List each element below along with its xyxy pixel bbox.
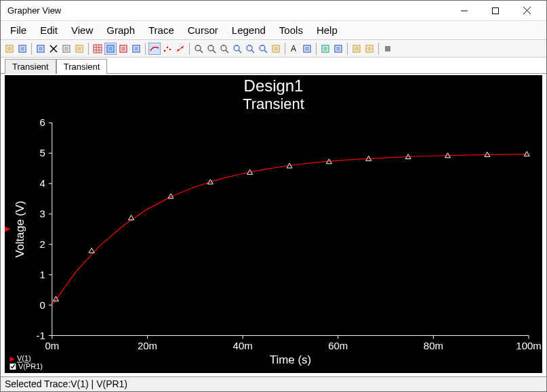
toolbar-separator (88, 43, 89, 55)
close-button[interactable] (511, 1, 542, 21)
tabbar: TransientTransient (1, 58, 546, 74)
text-icon[interactable]: A (288, 43, 300, 55)
svg-rect-54 (354, 47, 359, 51)
zoom-x-icon[interactable] (244, 43, 256, 55)
menu-edit[interactable]: Edit (33, 22, 64, 39)
svg-rect-52 (336, 47, 340, 51)
samples-icon[interactable] (161, 43, 174, 55)
svg-rect-13 (64, 47, 68, 51)
svg-point-28 (167, 46, 169, 48)
svg-point-42 (260, 45, 265, 51)
svg-rect-7 (20, 47, 24, 51)
pan-icon[interactable] (270, 43, 282, 55)
svg-rect-48 (305, 47, 309, 51)
window-title: Grapher View (7, 5, 449, 16)
maximize-button[interactable] (480, 1, 511, 21)
svg-line-39 (239, 50, 241, 53)
y-tick-label: 2 (40, 238, 45, 250)
svg-point-29 (169, 48, 171, 50)
svg-point-38 (234, 45, 239, 51)
toolbar-separator (31, 43, 32, 55)
svg-line-37 (226, 50, 228, 53)
menu-file[interactable]: File (3, 22, 33, 39)
zoom-fit-icon[interactable] (231, 43, 243, 55)
toolbar-separator (378, 43, 379, 55)
x-tick-label: 100m (516, 340, 541, 351)
svg-rect-5 (7, 47, 12, 51)
undo-icon[interactable] (35, 43, 47, 55)
status-text: Selected Trace:V(1) | V(PR1) (5, 378, 127, 389)
statusbar: Selected Trace:V(1) | V(PR1) (1, 376, 546, 391)
copy-icon[interactable] (60, 43, 73, 55)
toolbar-separator (347, 43, 348, 55)
menu-legend[interactable]: Legend (225, 22, 272, 39)
svg-point-27 (164, 49, 166, 51)
tab-transient-1[interactable]: Transient (56, 59, 108, 74)
excel-export-icon[interactable] (319, 43, 331, 55)
chart-bg (5, 76, 542, 373)
x-tick-label: 80m (424, 340, 443, 351)
palette-icon[interactable] (130, 43, 142, 55)
paste-icon[interactable] (73, 43, 85, 55)
options-icon[interactable] (332, 43, 344, 55)
svg-line-41 (251, 50, 254, 53)
titlebar: Grapher View (1, 1, 546, 21)
svg-rect-24 (121, 47, 125, 51)
y-tick-label: -1 (37, 330, 45, 341)
svg-rect-50 (323, 47, 327, 51)
menu-cursor[interactable]: Cursor (181, 22, 225, 39)
menu-graph[interactable]: Graph (100, 22, 142, 39)
svg-text:A: A (291, 44, 296, 53)
window-controls (449, 1, 542, 21)
legend-trace-label[interactable]: V(PR1) (18, 362, 43, 370)
x-tick-label: 20m (138, 340, 157, 351)
zoom-y-icon[interactable] (257, 43, 269, 55)
menu-trace[interactable]: Trace (142, 22, 181, 39)
svg-rect-56 (367, 47, 371, 51)
markers-icon[interactable] (174, 43, 186, 55)
x-tick-label: 0m (45, 340, 59, 351)
y-tick-label: 3 (40, 208, 45, 219)
save-icon[interactable] (16, 43, 28, 55)
data2-icon[interactable] (363, 43, 376, 55)
svg-rect-22 (108, 47, 113, 51)
delete-icon[interactable] (47, 43, 60, 55)
svg-point-32 (195, 45, 201, 51)
stop-icon[interactable] (382, 43, 394, 55)
tab-transient-0[interactable]: Transient (5, 59, 56, 74)
open-icon[interactable] (3, 43, 16, 55)
toolbar-separator (189, 43, 190, 55)
svg-rect-16 (94, 45, 102, 53)
arrow-icon[interactable] (301, 43, 313, 55)
svg-rect-1 (493, 7, 499, 14)
axes-icon[interactable] (117, 43, 129, 55)
legend-trace-label[interactable]: V(1) (17, 354, 31, 362)
chart-area: Design1Transient-101234560m20m40m60m80m1… (5, 75, 542, 373)
toolbar: A (1, 40, 546, 58)
chart-subtitle: Transient (243, 95, 304, 112)
svg-point-36 (221, 45, 226, 51)
svg-rect-26 (134, 47, 138, 51)
grid-icon[interactable] (92, 43, 104, 55)
y-tick-label: 4 (40, 177, 45, 189)
menubar: FileEditViewGraphTraceCursorLegendToolsH… (1, 21, 546, 40)
data-icon[interactable] (350, 43, 363, 55)
minimize-button[interactable] (449, 1, 480, 21)
y-tick-label: 0 (40, 299, 45, 311)
y-tick-label: 6 (40, 116, 45, 128)
zoom-out-icon[interactable] (205, 43, 218, 55)
svg-rect-15 (77, 47, 81, 51)
zoom-in-icon[interactable] (193, 43, 205, 55)
legend-icon[interactable] (104, 43, 117, 55)
x-tick-label: 60m (328, 340, 348, 351)
y-tick-label: 1 (40, 269, 45, 280)
chart-svg: Design1Transient-101234560m20m40m60m80m1… (5, 75, 542, 373)
toolbar-separator (145, 43, 146, 55)
svg-rect-57 (385, 46, 390, 51)
zoom-area-icon[interactable] (218, 43, 230, 55)
menu-help[interactable]: Help (310, 22, 344, 39)
menu-view[interactable]: View (64, 22, 100, 39)
trace-red-icon[interactable] (148, 43, 161, 55)
menu-tools[interactable]: Tools (272, 22, 310, 39)
x-tick-label: 40m (233, 340, 253, 351)
